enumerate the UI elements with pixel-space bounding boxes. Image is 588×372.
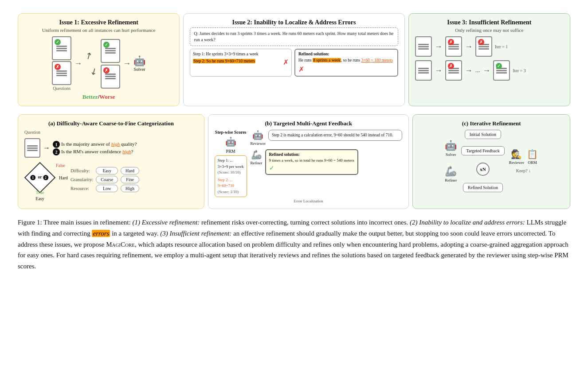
cross-arrow-up: ↗: [82, 49, 94, 62]
cat-left: Question → 1Is the majority answer of hi…: [24, 130, 139, 193]
caption-item2-italic: (2) Inability to localize and address er…: [410, 219, 525, 226]
reviewer-c-icon: 🕵️: [511, 149, 522, 159]
solver-agent: 🤖 Solver: [445, 140, 457, 157]
issue3-panel: Issue 3: Insufficient Refinement Only re…: [408, 13, 570, 106]
doc-mid-top: ✓: [101, 39, 120, 63]
panel-b-content: Step-wise Scores 🤖 PRM Step 1: ...3×3=9 …: [215, 130, 402, 197]
fine-pill: Fine: [121, 176, 139, 183]
iter1-label: Iter = 1: [495, 44, 508, 49]
xn-row: xN: [476, 163, 490, 176]
underline-calc: 3×60 = 180 meters: [361, 58, 393, 62]
panel-c: (c) Iterative Refinement 🤖 Solver 🦾 Refi…: [412, 114, 570, 209]
steps-box: Step 1: He sprints 3×3=9 times a week St…: [190, 49, 292, 77]
panel-a: (a) Difficulty-Aware Coarse-to-Fine Cate…: [18, 114, 204, 209]
caption-item1-rest: refinement risks over-correcting, turnin…: [200, 219, 410, 226]
solver-robot-icon: 🤖: [133, 55, 145, 67]
cat-doc: [24, 138, 40, 158]
prm-col: Step-wise Scores 🤖 PRM Step 1: ...3×3=9 …: [215, 130, 247, 197]
hard-pill: Hard: [121, 167, 139, 174]
difficulty-label: Difficulty:: [71, 168, 93, 173]
arrow-icon-2: →: [123, 59, 131, 68]
table-grid: Difficulty: Easy Hard Granularity: Coars…: [71, 167, 139, 192]
x-mark-icon: ✗: [283, 58, 289, 67]
refined-box: Refined solution: He runs 8 sprints a we…: [294, 49, 398, 77]
high1-text: high: [111, 141, 120, 147]
iter3-arrow2: →: [465, 66, 473, 75]
orm-label: ORM: [528, 160, 537, 165]
question-box: Q: James decides to run 3 sprints 3 time…: [190, 27, 398, 46]
step1-text: Step 1: He sprints 3×3=9 times a week: [193, 51, 289, 57]
coarse-pill: Coarse: [96, 176, 118, 183]
questions-label: Questions: [53, 86, 71, 91]
keep-label: Keep? ↓: [516, 168, 531, 173]
solver-robot-c-icon: 🤖: [445, 140, 457, 151]
resource-label: Resource:: [71, 186, 93, 191]
issue1-panel: Issue 1: Excessive Refinement Uniform re…: [18, 13, 180, 106]
check-green-icon: ✓: [55, 39, 61, 45]
caption-item2-end: in a targeted way.: [110, 230, 160, 237]
refiner-c-robot-icon: 🦾: [445, 166, 457, 177]
caption-before: Figure 1: Three main issues in refinemen…: [18, 219, 132, 226]
high2-text: high: [122, 149, 131, 154]
low-pill: Low: [96, 185, 118, 192]
iter3-row: → ✗ → ... → ✓ Iter = 3: [415, 60, 564, 81]
issue1-subtitle: Uniform refinement on all instances can …: [24, 27, 173, 33]
true-label: True: [36, 190, 44, 195]
caption-item1-italic: (1) Excessive refinement:: [132, 219, 200, 226]
step2-container: Step 2: So he runs 9×60=710 meters: [193, 58, 289, 64]
iter3-doc3: ✓: [493, 60, 510, 81]
iter3-arrow3: →: [482, 66, 490, 75]
doc-mid-bottom: ✗: [101, 65, 120, 89]
step2-highlight: Step 2: So he runs 9×60=710 meters: [193, 59, 255, 63]
panel-c-content: 🤖 Solver 🦾 Refiner Initial Solution Targ…: [419, 130, 564, 192]
solver-c-label: Solver: [446, 152, 456, 157]
panel-c-title: (c) Iterative Refinement: [419, 120, 564, 127]
arrow-icon-1: →: [74, 59, 82, 68]
reviewer-row: 🤖 Reviewer Step 2 is making a calculatio…: [251, 130, 403, 146]
targeted-feedback-box: Targeted Feedback: [461, 146, 504, 155]
reviewer-col: 🤖 Reviewer Step 2 is making a calculatio…: [251, 130, 403, 197]
hard-label: Hard: [59, 175, 68, 180]
issue2-title: Issue 2: Inability to Localize & Address…: [190, 19, 398, 26]
false-label: False: [56, 163, 65, 168]
check-red-icon: ✗: [55, 64, 61, 70]
iter1-arrow2: →: [465, 42, 473, 51]
diamond-container: 1 or 2 False True Hard Easy: [24, 162, 55, 193]
speech-bubble: Step 2 is making a calculation error, 9×…: [268, 130, 402, 141]
num1-icon: 1: [53, 141, 60, 148]
top-panels: Issue 1: Excessive Refinement Uniform re…: [18, 13, 570, 106]
step2-score: Step 2: ...9×60=710(Score: 1/10): [218, 177, 244, 195]
question-label: Question: [24, 130, 139, 135]
xn-circle: xN: [476, 163, 490, 176]
solver-box: 🤖 Solver: [133, 55, 145, 72]
issue3-title: Issue 3: Insufficient Refinement: [415, 19, 564, 26]
iter1-row: → ✗ → ✗ Iter = 1: [415, 36, 564, 57]
easy-pill: Easy: [96, 167, 118, 174]
worse-text: Worse: [99, 93, 115, 100]
diamond-row: 1 or 2 False True Hard Easy Difficulty: …: [24, 162, 139, 193]
prm-robot-icon: 🤖: [225, 136, 236, 147]
refiner-agent-c: 🦾 Refiner: [445, 166, 457, 182]
table-grid-container: Difficulty: Easy Hard Granularity: Coars…: [71, 163, 139, 192]
left-agents-col: 🤖 Solver 🦾 Refiner: [445, 140, 457, 182]
refiner-agent: 🦾 Refiner: [251, 149, 263, 165]
panel-b: (b) Targeted Multi-Agent Feedback Step-w…: [208, 114, 409, 209]
check-red-4-icon: ✗: [478, 39, 484, 45]
panel-a-title: (a) Difficulty-Aware Coarse-to-Fine Cate…: [24, 120, 198, 127]
iter3-doc: [415, 60, 432, 81]
refined-text: He runs 8 sprints a week, so he runs 3×6…: [298, 58, 394, 63]
refined-title: Refined solution:: [298, 52, 394, 56]
cat-content: Question → 1Is the majority answer of hi…: [24, 130, 198, 193]
iter1-doc: [415, 36, 432, 57]
stepwise-label: Step-wise Scores: [215, 130, 247, 135]
issue1-flow: ✓ ✗ Questions → ↗ ↗ ✓: [24, 36, 173, 91]
issue2-panel: Issue 2: Inability to Localize & Address…: [183, 13, 404, 106]
solver-label: Solver: [134, 67, 145, 72]
magicore-text: MagiCore: [106, 241, 135, 248]
issue1-title: Issue 1: Excessive Refinement: [24, 19, 173, 26]
check-red-3-icon: ✗: [448, 39, 454, 45]
refined-solution-c-box: Refined Solution: [463, 183, 503, 192]
cross-mark-2: ✗: [298, 65, 394, 74]
granularity-label: Granularity:: [71, 177, 93, 182]
initial-solution-box: Initial Solution: [465, 130, 501, 139]
